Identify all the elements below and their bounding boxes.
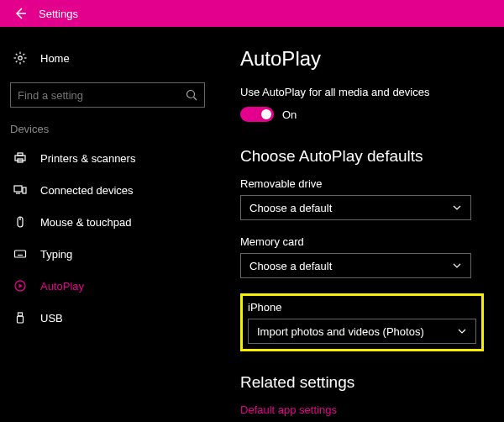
- main-panel: AutoPlay Use AutoPlay for all media and …: [215, 27, 504, 422]
- search-icon: [186, 89, 197, 101]
- svg-rect-28: [18, 313, 23, 316]
- related-link[interactable]: Default app settings: [240, 404, 496, 416]
- svg-point-9: [187, 91, 195, 98]
- svg-rect-12: [18, 153, 23, 156]
- dropdown-value: Choose a default: [249, 202, 332, 214]
- sidebar-home-label: Home: [40, 52, 70, 65]
- back-button[interactable]: [3, 0, 37, 27]
- iphone-highlight: iPhone Import photos and videos (Photos): [240, 293, 484, 351]
- toggle-state: On: [282, 108, 297, 121]
- dropdown-removable-drive[interactable]: Choose a default: [240, 195, 471, 220]
- gear-icon: [10, 51, 30, 65]
- sidebar-item-label: AutoPlay: [40, 280, 84, 293]
- chevron-down-icon: [452, 261, 462, 271]
- sidebar-item-mouse[interactable]: Mouse & touchpad: [7, 206, 208, 238]
- field-label-iphone: iPhone: [248, 301, 476, 314]
- page-title: AutoPlay: [240, 47, 496, 71]
- sidebar-item-label: Mouse & touchpad: [40, 216, 131, 229]
- svg-line-10: [194, 98, 197, 101]
- sidebar-home[interactable]: Home: [7, 42, 208, 74]
- section-heading: Choose AutoPlay defaults: [240, 147, 496, 166]
- svg-rect-11: [15, 156, 25, 161]
- svg-rect-29: [18, 316, 24, 323]
- related-heading: Related settings: [240, 373, 496, 392]
- dropdown-iphone[interactable]: Import photos and videos (Photos): [248, 319, 476, 344]
- sidebar-item-autoplay[interactable]: AutoPlay: [7, 270, 208, 302]
- svg-point-0: [18, 56, 22, 60]
- sidebar-item-label: USB: [40, 312, 63, 324]
- svg-line-5: [16, 54, 18, 55]
- sidebar-item-label: Typing: [40, 248, 72, 261]
- sidebar-category: Devices: [10, 123, 205, 135]
- search-field[interactable]: [18, 89, 186, 102]
- svg-marker-27: [19, 284, 24, 288]
- sidebar-item-label: Connected devices: [40, 184, 134, 197]
- dropdown-value: Import photos and videos (Photos): [257, 325, 424, 338]
- app-title: Settings: [39, 8, 78, 20]
- printer-icon: [10, 151, 30, 165]
- toggle-description: Use AutoPlay for all media and devices: [240, 86, 496, 98]
- usb-icon: [10, 311, 30, 324]
- svg-rect-19: [15, 251, 26, 257]
- sidebar-item-printers[interactable]: Printers & scanners: [7, 142, 208, 174]
- svg-line-6: [24, 61, 25, 63]
- svg-rect-14: [14, 186, 22, 192]
- dropdown-value: Choose a default: [249, 260, 332, 272]
- svg-line-8: [24, 54, 25, 55]
- devices-icon: [10, 183, 30, 197]
- dropdown-memory-card[interactable]: Choose a default: [240, 253, 471, 278]
- sidebar-item-usb[interactable]: USB: [7, 302, 208, 334]
- chevron-down-icon: [457, 326, 467, 336]
- search-input[interactable]: [10, 82, 205, 108]
- sidebar: Home Devices Printers & scanners Connect…: [0, 27, 215, 422]
- sidebar-item-typing[interactable]: Typing: [7, 238, 208, 270]
- field-label-memory: Memory card: [240, 235, 496, 248]
- title-bar: Settings: [0, 0, 504, 27]
- field-label-removable: Removable drive: [240, 177, 496, 190]
- arrow-left-icon: [13, 7, 27, 20]
- keyboard-icon: [10, 247, 30, 261]
- svg-rect-15: [23, 187, 26, 193]
- sidebar-item-label: Printers & scanners: [40, 152, 135, 165]
- mouse-icon: [10, 215, 30, 229]
- svg-line-7: [16, 61, 18, 63]
- autoplay-toggle[interactable]: [240, 107, 274, 122]
- toggle-knob: [261, 109, 271, 119]
- chevron-down-icon: [452, 203, 462, 213]
- sidebar-item-connected[interactable]: Connected devices: [7, 174, 208, 206]
- autoplay-icon: [10, 279, 30, 293]
